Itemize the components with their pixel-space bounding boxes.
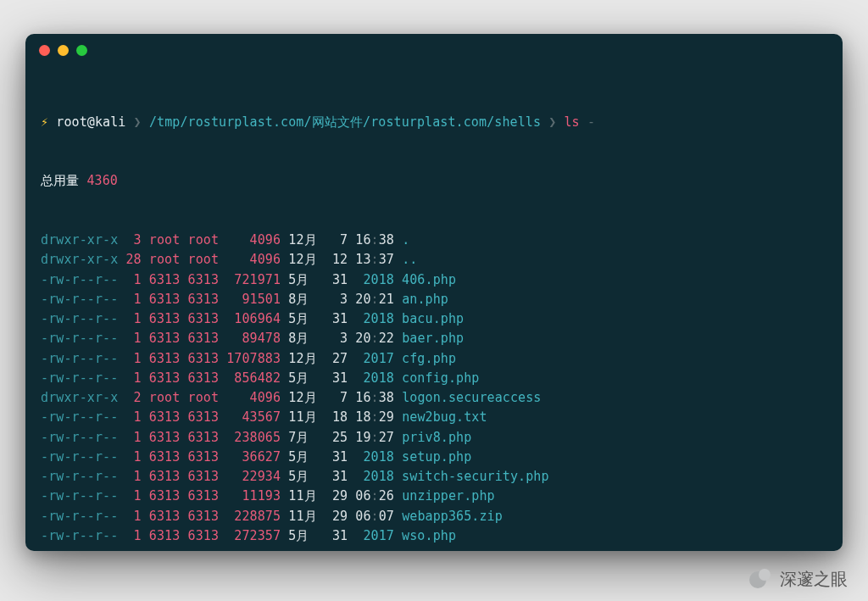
prompt-flag: - bbox=[587, 114, 595, 130]
minimize-window-button[interactable] bbox=[58, 45, 69, 56]
window-titlebar bbox=[25, 34, 843, 66]
listing-row: -rw-r--r-- 1 6313 6313 1707883 12月 27 20… bbox=[41, 349, 827, 369]
prompt-command: ls bbox=[564, 114, 579, 130]
prompt-sep-1: ❯ bbox=[134, 114, 142, 130]
listing-row: -rw-r--r-- 1 6313 6313 22934 5月 31 2018 … bbox=[41, 467, 827, 487]
listing-row: -rw-r--r-- 1 6313 6313 89478 8月 3 20:22 … bbox=[41, 329, 827, 348]
prompt-line: ⚡ root@kali ❯ /tmp/rosturplast.com/网站文件/… bbox=[41, 113, 827, 132]
listing-row: -rw-r--r-- 1 6313 6313 272357 5月 31 2017… bbox=[41, 526, 827, 546]
prompt-path: /tmp/rosturplast.com/网站文件/rosturplast.co… bbox=[149, 114, 541, 130]
close-window-button[interactable] bbox=[39, 45, 50, 56]
listing-row: drwxr-xr-x 28 root root 4096 12月 12 13:3… bbox=[41, 250, 827, 270]
terminal-window: ⚡ root@kali ❯ /tmp/rosturplast.com/网站文件/… bbox=[25, 34, 843, 551]
listing-row: -rw-r--r-- 1 6313 6313 106964 5月 31 2018… bbox=[41, 309, 827, 329]
prompt-userhost: root@kali bbox=[56, 114, 125, 130]
listing-row: drwxr-xr-x 2 root root 4096 12月 7 16:38 … bbox=[41, 388, 827, 408]
listing-row: -rw-r--r-- 1 6313 6313 856482 5月 31 2018… bbox=[41, 369, 827, 388]
total-value: 4360 bbox=[86, 173, 118, 188]
total-line: 总用量 4360 bbox=[41, 171, 827, 191]
maximize-window-button[interactable] bbox=[76, 45, 87, 56]
watermark-text: 深邃之眼 bbox=[780, 568, 848, 591]
total-label: 总用量 bbox=[41, 173, 79, 188]
listing-row: -rw-r--r-- 1 6313 6313 238065 7月 25 19:2… bbox=[41, 428, 827, 448]
listing-row: -rw-r--r-- 1 6313 6313 228875 11月 29 06:… bbox=[41, 507, 827, 526]
prompt-sep-2: ❯ bbox=[548, 114, 556, 130]
listing-row: -rw-r--r-- 1 6313 6313 721971 5月 31 2018… bbox=[41, 270, 827, 290]
wechat-icon bbox=[749, 569, 771, 591]
listing-row: -rw-r--r-- 1 6313 6313 11193 11月 29 06:2… bbox=[41, 487, 827, 506]
listing-row: -rw-r--r-- 1 6313 6313 91501 8月 3 20:21 … bbox=[41, 290, 827, 309]
listing-row: drwxr-xr-x 3 root root 4096 12月 7 16:38 … bbox=[41, 231, 827, 250]
terminal-body[interactable]: ⚡ root@kali ❯ /tmp/rosturplast.com/网站文件/… bbox=[25, 66, 843, 551]
listing-row: -rw-r--r-- 1 6313 6313 43567 11月 18 18:2… bbox=[41, 408, 827, 427]
watermark: 深邃之眼 bbox=[749, 568, 848, 591]
bolt-icon: ⚡ bbox=[41, 114, 48, 130]
listing-row: -rw-r--r-- 1 6313 6313 36627 5月 31 2018 … bbox=[41, 448, 827, 467]
listing-rows: drwxr-xr-x 3 root root 4096 12月 7 16:38 … bbox=[41, 231, 827, 546]
